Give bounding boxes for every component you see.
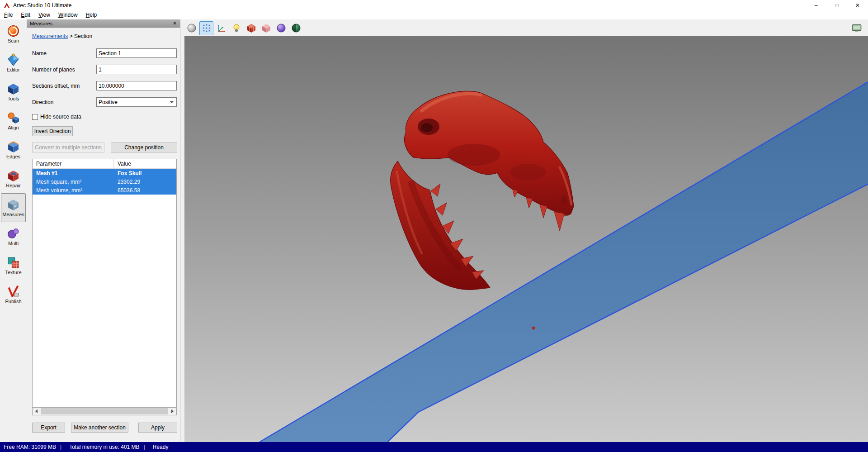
axes-icon: [216, 23, 227, 33]
shaded-sphere-icon: [186, 23, 197, 33]
sidebar-item-measures[interactable]: Measures: [1, 193, 26, 222]
scene-canvas[interactable]: [184, 36, 868, 442]
sidebar-item-label: Scan: [8, 38, 19, 43]
scrollbar-thumb[interactable]: [41, 408, 168, 414]
lighting-button[interactable]: [229, 21, 243, 35]
table-horizontal-scrollbar[interactable]: [32, 408, 177, 415]
temporal-shading: [448, 144, 500, 166]
name-input[interactable]: [96, 48, 177, 58]
axes-view-button[interactable]: [214, 21, 228, 35]
hide-source-row: Hide source data: [32, 114, 81, 120]
sidebar-item-multi[interactable]: Multi: [1, 222, 26, 251]
sidebar-item-texture[interactable]: Texture: [1, 251, 26, 280]
table-header-value: Value: [114, 159, 176, 168]
sidebar-item-scan[interactable]: Scan: [1, 19, 26, 48]
offset-row: Sections offset, mm: [32, 81, 177, 90]
minimize-button[interactable]: –: [806, 0, 826, 10]
table-row[interactable]: Mesh square, mm² 23302.29: [33, 177, 176, 186]
viewport-toolbar: [184, 20, 868, 36]
breadcrumb-current: Section: [74, 33, 92, 39]
editor-icon: [7, 53, 20, 67]
sidebar-item-align[interactable]: Align: [1, 106, 26, 135]
menu-view[interactable]: View: [34, 11, 54, 19]
menu-file[interactable]: File: [0, 11, 17, 19]
scrollbar-track[interactable]: [40, 408, 169, 415]
align-icon: [7, 111, 20, 124]
multi-icon: [7, 227, 20, 240]
section-plane[interactable]: [259, 82, 868, 442]
direction-row: Direction Positive: [32, 97, 177, 107]
export-button[interactable]: Export: [32, 423, 65, 433]
sidebar-item-repair[interactable]: Repair: [1, 164, 26, 193]
direction-selected-value: Positive: [99, 99, 118, 105]
sidebar-item-label: Texture: [5, 270, 21, 275]
smooth-view-button[interactable]: [274, 21, 288, 35]
minimize-icon: –: [815, 2, 818, 9]
dark-render-view-button[interactable]: [289, 21, 303, 35]
scroll-right-button[interactable]: [169, 408, 176, 415]
offset-input[interactable]: [96, 81, 177, 90]
point-marker[interactable]: [532, 327, 535, 329]
display-icon: [851, 22, 863, 34]
name-label: Name: [32, 50, 47, 57]
sidebar-item-editor[interactable]: Editor: [1, 48, 26, 77]
change-position-button[interactable]: Change position: [111, 143, 177, 152]
tools-icon: [7, 82, 20, 95]
maximize-button[interactable]: □: [826, 0, 847, 10]
ready-status: Ready: [153, 444, 169, 450]
publish-icon: [7, 285, 20, 298]
measures-panel: Measures ✕ Measurements > Section Name N…: [27, 19, 180, 442]
apply-button[interactable]: Apply: [138, 423, 177, 433]
display-capture-button[interactable]: [851, 22, 863, 34]
table-row[interactable]: Mesh volume, mm³ 65036.58: [33, 186, 176, 195]
app-icon: [3, 2, 10, 9]
menu-edit[interactable]: Edit: [17, 11, 34, 19]
repair-icon: [7, 169, 20, 182]
table-cell-value: 23302.29: [114, 179, 176, 185]
shaded-view-button[interactable]: [184, 21, 198, 35]
sidebar-item-edges[interactable]: Edges: [1, 135, 26, 164]
convert-to-multiple-sections-button[interactable]: Convert to multiple sections: [32, 143, 104, 152]
table-cell-value: 65036.58: [114, 187, 176, 194]
light-bulb-icon: [231, 23, 242, 33]
close-button[interactable]: ✕: [847, 0, 868, 10]
sidebar-item-label: Measures: [2, 212, 24, 217]
sidebar-item-label: Repair: [6, 183, 20, 188]
offset-label: Sections offset, mm: [32, 83, 80, 89]
table-row[interactable]: Mesh #1 Fox Skull: [33, 169, 176, 177]
fox-skull-model[interactable]: [391, 91, 574, 290]
points-view-button[interactable]: [199, 21, 213, 35]
direction-select[interactable]: Positive: [96, 97, 177, 107]
sidebar-item-publish[interactable]: Publish: [1, 280, 26, 309]
breadcrumb-separator: >: [70, 33, 73, 39]
nostril: [561, 195, 567, 205]
sidebar-item-label: Multi: [8, 241, 19, 246]
breadcrumb-measurements-link[interactable]: Measurements: [32, 33, 68, 39]
sidebar-item-tools[interactable]: Tools: [1, 77, 26, 106]
panel-close-button[interactable]: ✕: [173, 21, 177, 26]
zygomatic-shading: [510, 164, 546, 180]
make-another-section-button[interactable]: Make another section: [71, 423, 128, 433]
flat-shaded-view-button[interactable]: [259, 21, 273, 35]
invert-direction-button[interactable]: Invert Direction: [32, 126, 73, 136]
planes-input[interactable]: [96, 65, 177, 74]
memory-in-use-status: Total memory in use: 401 MB: [69, 444, 139, 450]
textured-view-button[interactable]: [244, 21, 258, 35]
arrow-left-icon: [35, 409, 38, 413]
maximize-icon: □: [835, 3, 839, 8]
table-cell-param: Mesh #1: [33, 170, 114, 176]
close-icon: ✕: [855, 2, 860, 9]
mode-sidebar: Scan Editor Tools Align Edges Repair: [0, 19, 27, 442]
breadcrumb: Measurements > Section: [32, 33, 92, 39]
smooth-sphere-icon: [276, 23, 287, 33]
arrow-right-icon: [171, 409, 174, 413]
menu-help[interactable]: Help: [82, 11, 101, 19]
hide-source-checkbox[interactable]: [32, 114, 38, 120]
status-separator: |: [60, 444, 61, 450]
viewport-3d[interactable]: [184, 36, 868, 442]
table-cell-param: Mesh square, mm²: [33, 179, 114, 185]
menu-window[interactable]: Window: [54, 11, 82, 19]
menu-bar: File Edit View Window Help: [0, 10, 868, 19]
parameters-table[interactable]: Parameter Value Mesh #1 Fox Skull Mesh s…: [32, 159, 177, 408]
scroll-left-button[interactable]: [33, 408, 40, 415]
